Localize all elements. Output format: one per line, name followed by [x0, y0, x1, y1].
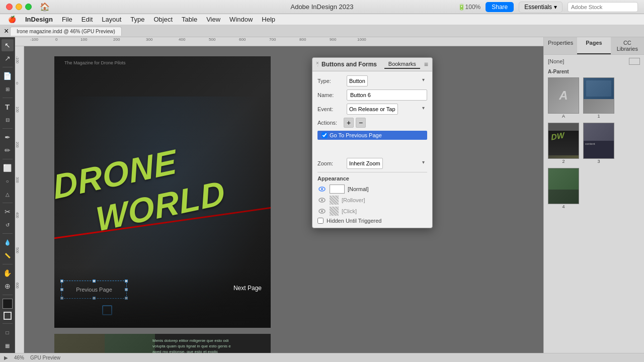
- panel-divider: [317, 172, 427, 172]
- rollover-state-row[interactable]: [Rollover]: [317, 196, 427, 205]
- polygon-tool[interactable]: △: [2, 188, 14, 200]
- normal-color-swatch[interactable]: [330, 185, 345, 194]
- click-state-row[interactable]: [Click]: [317, 207, 427, 216]
- tab-pages[interactable]: Pages: [577, 37, 610, 54]
- eyedropper-tool[interactable]: 💧: [2, 236, 14, 248]
- click-state-label: [Click]: [342, 208, 427, 214]
- tab-properties[interactable]: Properties: [544, 37, 577, 54]
- page-3-thumb[interactable]: content: [583, 123, 614, 159]
- menu-object[interactable]: Object: [150, 15, 177, 24]
- panel-menu-icon[interactable]: ≡: [424, 60, 428, 68]
- actions-label: Actions:: [317, 120, 344, 126]
- page-a-left: A A: [548, 77, 579, 119]
- menu-help[interactable]: Help: [258, 15, 279, 24]
- bottom-gradient: [54, 267, 271, 328]
- normal-state-row[interactable]: [Normal]: [317, 185, 427, 194]
- page-2-thumb[interactable]: DW: [548, 123, 579, 159]
- ellipse-tool[interactable]: ○: [2, 175, 14, 187]
- page-a-left-thumb[interactable]: A: [548, 77, 579, 114]
- app-title: Adobe InDesign 2023: [290, 3, 353, 11]
- tab-cc-libraries[interactable]: CC Libraries: [611, 37, 644, 54]
- toolbar-divider-7: [3, 264, 13, 264]
- menu-table[interactable]: Table: [178, 15, 201, 24]
- remove-action-button[interactable]: −: [356, 118, 366, 128]
- selection-tool[interactable]: ↖: [2, 39, 14, 51]
- preview-mode[interactable]: ▦: [2, 339, 14, 351]
- free-transform-tool[interactable]: ↺: [2, 219, 14, 231]
- titlebar: 🏠 Adobe InDesign 2023 🔋100% Share Essent…: [0, 0, 644, 14]
- document-tab[interactable]: Irone magazine.indd @ 46% (GPU Preview): [10, 27, 122, 36]
- fullscreen-button[interactable]: [25, 4, 32, 10]
- fill-color[interactable]: [3, 299, 13, 309]
- name-input[interactable]: [347, 89, 427, 101]
- hidden-checkbox[interactable]: [317, 218, 324, 224]
- traffic-lights: [6, 4, 32, 10]
- vertical-ruler: -100 0 100 200 300 400 500 600: [15, 46, 24, 362]
- page-subtitle: The Magazine for Drone Pilots: [64, 60, 126, 65]
- main-layout: ↖ ↗ 📄 ⊞ T ⊟ ✒ ✏ ⬜ ○ △ ✂ ↺ 💧 📏 ✋ ⊕ □ ▦: [0, 37, 644, 362]
- home-icon[interactable]: 🏠: [40, 2, 50, 12]
- scissors-tool[interactable]: ✂: [2, 206, 14, 218]
- page-a-right-thumb[interactable]: [583, 77, 614, 114]
- click-visibility-icon[interactable]: [317, 207, 327, 216]
- measure-tool[interactable]: 📏: [2, 249, 14, 261]
- adobe-stock-search[interactable]: [568, 2, 638, 12]
- hidden-label: Hidden Until Triggered: [327, 218, 381, 224]
- event-select-wrap: On Release or Tap: [347, 104, 427, 115]
- page-3-thumb-container: content 3: [583, 123, 614, 164]
- close-button[interactable]: [6, 4, 13, 10]
- menu-file[interactable]: File: [58, 15, 76, 24]
- action-item-goto[interactable]: Go To Previous Page: [317, 131, 427, 140]
- rollover-state-label: [Rollover]: [342, 197, 427, 203]
- action-checkbox[interactable]: [321, 132, 328, 138]
- menu-indesign[interactable]: InDesign: [21, 15, 57, 24]
- hidden-until-triggered-row: Hidden Until Triggered: [317, 218, 427, 224]
- page-4-thumb[interactable]: [548, 168, 579, 204]
- pencil-tool[interactable]: ✏: [2, 144, 14, 156]
- gap-tool[interactable]: ⊞: [2, 83, 14, 95]
- type-select[interactable]: Button: [347, 75, 368, 86]
- toolbar-divider-3: [3, 128, 13, 129]
- menu-edit[interactable]: Edit: [77, 15, 97, 24]
- menu-type[interactable]: Type: [126, 15, 148, 24]
- essentials-button[interactable]: Essentials ▾: [519, 2, 562, 13]
- page-tool[interactable]: 📄: [2, 70, 14, 82]
- menu-view[interactable]: View: [202, 15, 224, 24]
- table-tool[interactable]: ⊟: [2, 114, 14, 126]
- add-action-button[interactable]: +: [344, 118, 354, 128]
- text-tool[interactable]: T: [2, 101, 14, 113]
- pages-row-1: A A 1: [548, 77, 640, 119]
- page-3-label: 3: [597, 159, 600, 164]
- pen-tool[interactable]: ✒: [2, 131, 14, 143]
- menu-window[interactable]: Window: [225, 15, 257, 24]
- appearance-section-label: Appearance: [317, 175, 427, 182]
- zoom-row: Zoom: Inherit Zoom: [317, 158, 427, 169]
- zoom-select-wrap: Inherit Zoom: [347, 158, 427, 169]
- tab-close-icon[interactable]: ×: [4, 27, 8, 35]
- type-label: Type:: [317, 78, 344, 84]
- direct-selection-tool[interactable]: ↗: [2, 52, 14, 64]
- toolbar-divider-8: [3, 295, 13, 295]
- type-select-wrap: Button: [347, 75, 427, 86]
- rect-frame-tool[interactable]: ⬜: [2, 162, 14, 174]
- page-a-right: 1: [583, 77, 614, 119]
- bookmarks-tab[interactable]: Bookmarks: [384, 60, 420, 69]
- rollover-texture-icon: [330, 196, 339, 205]
- stroke-color[interactable]: [4, 312, 12, 320]
- minimize-button[interactable]: [16, 4, 22, 10]
- none-color: [629, 58, 640, 65]
- panel-close-button[interactable]: ×: [314, 60, 320, 66]
- hand-tool[interactable]: ✋: [2, 267, 14, 279]
- statusbar: ▶ 46% GPU Preview: [0, 353, 644, 362]
- next-page-button[interactable]: Next Page: [233, 285, 262, 292]
- zoom-select[interactable]: Inherit Zoom: [347, 158, 383, 169]
- normal-visibility-icon[interactable]: [317, 185, 327, 194]
- rollover-visibility-icon[interactable]: [317, 196, 327, 205]
- normal-mode[interactable]: □: [2, 326, 14, 338]
- menu-layout[interactable]: Layout: [98, 15, 125, 24]
- event-select[interactable]: On Release or Tap: [347, 104, 398, 115]
- page-a-label: A: [562, 114, 565, 119]
- share-button[interactable]: Share: [486, 2, 514, 12]
- menu-apple[interactable]: 🍎: [4, 15, 20, 24]
- zoom-tool[interactable]: ⊕: [2, 280, 14, 292]
